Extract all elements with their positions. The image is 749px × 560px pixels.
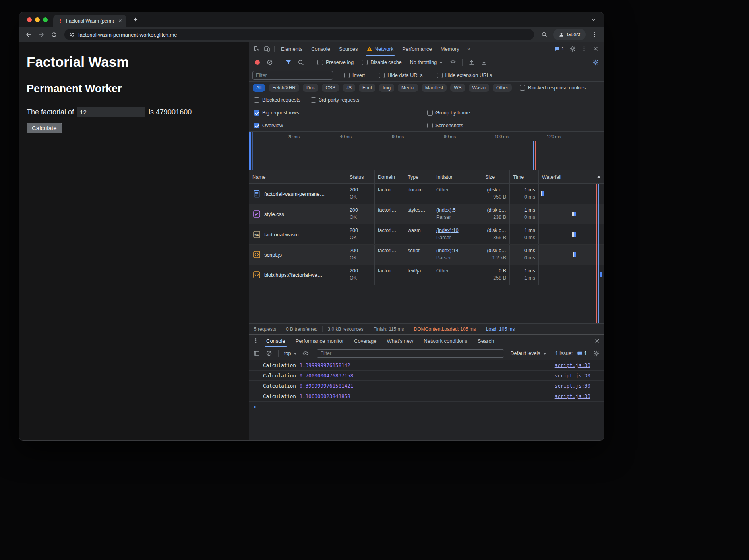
- filter-chip-font[interactable]: Font: [359, 84, 375, 92]
- devtools-tab-performance[interactable]: Performance: [398, 42, 436, 56]
- column-header-initiator[interactable]: Initiator: [433, 170, 482, 183]
- devtools-tab-sources[interactable]: Sources: [335, 42, 362, 56]
- new-tab-button[interactable]: [130, 15, 141, 25]
- network-request-row[interactable]: WAfact orial.wasm200OKfactori…wasm(index…: [249, 224, 604, 245]
- address-bar[interactable]: factorial-wasm-permanent-worker.glitch.m…: [64, 29, 534, 40]
- filter-chip-other[interactable]: Other: [493, 84, 512, 92]
- filter-chip-media[interactable]: Media: [398, 84, 418, 92]
- console-filter-input[interactable]: [317, 349, 504, 358]
- devtools-tab-console[interactable]: Console: [307, 42, 335, 56]
- console-source-link[interactable]: script.js:30: [555, 373, 590, 378]
- profile-button[interactable]: Guest: [553, 29, 586, 40]
- network-settings-icon[interactable]: [590, 57, 601, 68]
- browser-tab[interactable]: Factorial Wasm (permanent W: [53, 15, 126, 27]
- hide-data-urls-checkbox[interactable]: Hide data URLs: [379, 73, 422, 78]
- drawer-close-icon[interactable]: [592, 336, 602, 346]
- drawer-tab-what-s-new[interactable]: What's new: [381, 335, 418, 347]
- disable-cache-checkbox[interactable]: Disable cache: [362, 60, 402, 65]
- minimize-window-button[interactable]: [35, 17, 40, 22]
- devtools-issues-button[interactable]: 1: [552, 46, 566, 52]
- column-header-size[interactable]: Size: [482, 170, 510, 183]
- devtools-tab-elements[interactable]: Elements: [277, 42, 307, 56]
- third-party-requests-checkbox[interactable]: 3rd-party requests: [311, 97, 359, 103]
- preserve-log-checkbox[interactable]: Preserve log: [317, 60, 354, 65]
- console-source-link[interactable]: script.js:30: [555, 383, 590, 389]
- column-header-status[interactable]: Status: [346, 170, 375, 183]
- back-button[interactable]: [23, 29, 34, 40]
- filter-chip-js[interactable]: JS: [343, 84, 355, 92]
- blocked-response-cookies-checkbox[interactable]: Blocked response cookies: [520, 85, 586, 91]
- overview-checkbox[interactable]: Overview: [254, 123, 283, 128]
- column-header-type[interactable]: Type: [404, 170, 433, 183]
- export-har-icon[interactable]: [479, 57, 489, 68]
- search-icon[interactable]: [296, 57, 306, 68]
- filter-chip-ws[interactable]: WS: [450, 84, 465, 92]
- network-request-row[interactable]: blob:https://factorial-wa…200OKfactori…t…: [249, 265, 604, 285]
- devtools-tab-memory[interactable]: Memory: [436, 42, 464, 56]
- filter-icon[interactable]: [283, 57, 294, 68]
- forward-button[interactable]: [36, 29, 47, 40]
- site-settings-icon[interactable]: [69, 32, 75, 37]
- console-context-dropdown[interactable]: top: [284, 351, 297, 356]
- devtools-close-icon[interactable]: [590, 44, 601, 54]
- filter-chip-css[interactable]: CSS: [322, 84, 339, 92]
- drawer-tab-search[interactable]: Search: [472, 335, 499, 347]
- device-toolbar-icon[interactable]: [262, 44, 272, 54]
- overview-range-handle-2[interactable]: [252, 132, 253, 170]
- throttling-dropdown[interactable]: No throttling: [410, 60, 443, 65]
- filter-chip-all[interactable]: All: [253, 84, 265, 92]
- group-by-frame-checkbox[interactable]: Group by frame: [427, 110, 470, 116]
- console-settings-icon[interactable]: [591, 348, 602, 359]
- drawer-menu-icon[interactable]: [251, 336, 261, 346]
- tab-search-icon[interactable]: [590, 16, 598, 24]
- console-source-link[interactable]: script.js:30: [555, 362, 590, 368]
- invert-checkbox[interactable]: Invert: [344, 73, 365, 78]
- filter-chip-fetch-xhr[interactable]: Fetch/XHR: [269, 84, 299, 92]
- tab-close-icon[interactable]: [117, 18, 123, 24]
- live-expression-eye-icon[interactable]: [300, 348, 311, 359]
- network-conditions-icon[interactable]: [448, 57, 458, 68]
- network-filter-input[interactable]: [252, 71, 333, 80]
- column-header-domain[interactable]: Domain: [375, 170, 404, 183]
- blocked-requests-checkbox[interactable]: Blocked requests: [254, 97, 300, 103]
- hide-extension-urls-checkbox[interactable]: Hide extension URLs: [437, 73, 492, 78]
- big-request-rows-checkbox[interactable]: Big request rows: [254, 110, 299, 116]
- log-levels-dropdown[interactable]: Default levels: [510, 351, 546, 356]
- drawer-tab-network-conditions[interactable]: Network conditions: [418, 335, 472, 347]
- drawer-tab-coverage[interactable]: Coverage: [349, 335, 381, 347]
- inspect-element-icon[interactable]: [252, 44, 262, 54]
- clear-console-icon[interactable]: [264, 348, 274, 359]
- filter-chip-wasm[interactable]: Wasm: [469, 84, 490, 92]
- column-header-name[interactable]: Name: [249, 170, 346, 183]
- close-window-button[interactable]: [27, 17, 32, 22]
- maximize-window-button[interactable]: [43, 17, 48, 22]
- column-header-time[interactable]: Time: [510, 170, 539, 183]
- reload-button[interactable]: [48, 29, 60, 40]
- clear-network-log-icon[interactable]: [265, 57, 275, 68]
- browser-menu-icon[interactable]: [589, 29, 600, 40]
- console-sidebar-icon[interactable]: [252, 348, 262, 359]
- console-prompt[interactable]: >: [249, 402, 604, 412]
- overview-range-handle[interactable]: [249, 132, 251, 170]
- drawer-tab-performance-monitor[interactable]: Performance monitor: [290, 335, 349, 347]
- network-request-row[interactable]: factorial-wasm-permane…200OKfactori…docu…: [249, 184, 604, 204]
- network-overview-timeline[interactable]: 20 ms40 ms60 ms80 ms100 ms120 ms14: [249, 132, 604, 170]
- network-request-row[interactable]: script.js200OKfactori…script(index):14Pa…: [249, 245, 604, 265]
- calculate-button[interactable]: Calculate: [27, 123, 62, 133]
- network-request-row[interactable]: style.css200OKfactori…styles…(index):5Pa…: [249, 204, 604, 224]
- initiator-link[interactable]: (index):14: [436, 248, 459, 253]
- console-source-link[interactable]: script.js:30: [555, 393, 590, 399]
- filter-chip-manifest[interactable]: Manifest: [422, 84, 447, 92]
- issues-counter-button[interactable]: 1: [575, 351, 589, 356]
- devtools-tab-network[interactable]: Network: [362, 42, 398, 56]
- initiator-link[interactable]: (index):5: [436, 207, 456, 213]
- filter-chip-doc[interactable]: Doc: [303, 84, 318, 92]
- initiator-link[interactable]: (index):10: [436, 228, 459, 233]
- devtools-menu-icon[interactable]: [579, 44, 589, 54]
- filter-chip-img[interactable]: Img: [379, 84, 394, 92]
- drawer-tab-console[interactable]: Console: [261, 335, 290, 347]
- factorial-input[interactable]: [77, 107, 145, 117]
- record-network-log-button[interactable]: [255, 60, 260, 65]
- import-har-icon[interactable]: [466, 57, 477, 68]
- devtools-settings-icon[interactable]: [567, 44, 578, 54]
